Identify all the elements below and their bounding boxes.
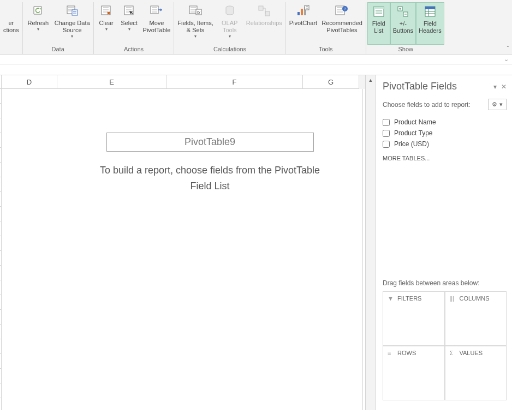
svg-rect-12 <box>301 9 303 15</box>
area-label: FILTERS <box>397 295 421 302</box>
more-tables-link[interactable]: MORE TABLES... <box>383 155 507 161</box>
dropdown-caret-icon: ▾ <box>105 27 108 32</box>
sigma-icon: Σ <box>450 350 456 356</box>
checkbox-product-type[interactable] <box>383 130 390 137</box>
dropdown-caret-icon: ▾ <box>229 34 231 39</box>
field-list-button[interactable]: Field List <box>367 2 390 45</box>
filter-icon: ▼ <box>388 295 394 302</box>
group-calculations: fx Fields, Items, & Sets ▾ OLAP Tools ▾ … <box>174 2 285 54</box>
field-headers-button[interactable]: Field Headers <box>416 2 444 45</box>
area-label: VALUES <box>460 350 483 356</box>
clear-icon <box>99 3 114 19</box>
move-pivottable-button[interactable]: Move PivotTable <box>141 2 173 45</box>
select-button[interactable]: Select ▾ <box>118 2 141 45</box>
checkbox-price-usd[interactable] <box>383 141 390 148</box>
field-list-icon <box>371 4 386 19</box>
area-label: COLUMNS <box>460 295 490 302</box>
field-product-type[interactable]: Product Type <box>383 128 507 139</box>
group-data: Refresh ▾ Change Data Source ▾ Data <box>23 2 94 54</box>
group-label-tools: Tools <box>287 45 365 54</box>
refresh-icon <box>31 3 46 19</box>
pivottable-placeholder[interactable]: PivotTable9 To build a report, choose fi… <box>57 89 363 410</box>
group-label-actions: Actions <box>95 45 173 54</box>
plusminus-icon <box>395 4 410 19</box>
field-product-name[interactable]: Product Name <box>383 117 507 128</box>
dropdown-caret-icon: ▾ <box>499 101 503 108</box>
olap-tools-button: OLAP Tools ▾ <box>216 2 244 45</box>
clear-button[interactable]: Clear ▾ <box>95 2 118 45</box>
svg-rect-10 <box>265 11 270 16</box>
rows-icon: ≡ <box>388 350 394 356</box>
area-values[interactable]: Σ VALUES <box>445 346 507 400</box>
pane-title: PivotTable Fields <box>383 81 457 92</box>
dropdown-caret-icon: ▾ <box>71 34 73 39</box>
svg-rect-23 <box>425 7 435 9</box>
collapse-ribbon-icon[interactable]: ˆ <box>507 46 509 52</box>
pivottable-fields-pane: PivotTable Fields ▾ ✕ Choose fields to a… <box>376 75 512 410</box>
formula-bar-area: ⌄ <box>0 55 512 64</box>
refresh-button[interactable]: Refresh ▾ <box>24 2 52 45</box>
spreadsheet[interactable]: D E F G PivotTable9 To build a report, c… <box>0 75 366 410</box>
choose-fields-label: Choose fields to add to report: <box>383 101 471 109</box>
column-headers: D E F G <box>0 75 365 89</box>
fields-items-sets-button[interactable]: fx Fields, Items, & Sets ▾ <box>175 2 215 45</box>
checkbox-product-name[interactable] <box>383 119 390 126</box>
column-header-e[interactable]: E <box>57 75 166 89</box>
scroll-thumb[interactable] <box>366 85 376 410</box>
dropdown-caret-icon: ▾ <box>128 27 130 32</box>
column-header-d[interactable]: D <box>2 75 57 89</box>
svg-rect-14 <box>305 5 309 10</box>
recommended-pivottables-button[interactable]: ? Recommended PivotTables <box>319 2 365 45</box>
pivotchart-icon <box>295 3 311 19</box>
spacer-bar <box>0 64 512 75</box>
svg-rect-19 <box>374 7 384 9</box>
plus-minus-buttons-button[interactable]: +/- Buttons <box>390 2 416 45</box>
data-source-icon <box>64 3 80 19</box>
recommended-icon: ? <box>334 3 349 19</box>
svg-rect-9 <box>259 6 263 10</box>
dropdown-caret-icon: ▾ <box>194 34 197 39</box>
olap-icon <box>222 3 237 19</box>
area-rows[interactable]: ≡ ROWS <box>383 346 445 400</box>
main-area: D E F G PivotTable9 To build a report, c… <box>0 75 512 410</box>
relationships-icon <box>257 3 272 19</box>
partial-button[interactable]: er ctions <box>1 2 21 51</box>
field-label: Price (USD) <box>394 140 429 148</box>
columns-icon: ||| <box>450 295 456 302</box>
group-tools: PivotChart ? Recommended PivotTables Too… <box>286 2 366 54</box>
close-icon[interactable]: ✕ <box>501 83 507 91</box>
group-partial: er ctions <box>0 2 23 54</box>
area-filters[interactable]: ▼ FILTERS <box>383 291 445 346</box>
pivottable-instruction: To build a report, choose fields from th… <box>90 163 330 194</box>
row-gutter <box>0 89 2 410</box>
column-header-g[interactable]: G <box>303 75 359 89</box>
group-label-show: Show <box>367 45 444 54</box>
pane-settings-button[interactable]: ⚙ ▾ <box>488 99 507 110</box>
group-label-calculations: Calculations <box>175 45 284 54</box>
change-data-source-button[interactable]: Change Data Source ▾ <box>52 2 92 45</box>
relationships-button: Relationships <box>244 2 284 45</box>
field-price-usd[interactable]: Price (USD) <box>383 139 507 149</box>
area-columns[interactable]: ||| COLUMNS <box>445 291 507 346</box>
pane-menu-icon[interactable]: ▾ <box>493 83 497 91</box>
group-label-data: Data <box>24 45 92 54</box>
move-icon <box>149 3 164 19</box>
group-actions: Clear ▾ Select ▾ Move PivotTable Actions <box>94 2 175 54</box>
pivot-areas: ▼ FILTERS ||| COLUMNS ≡ ROWS Σ VAL <box>383 291 507 400</box>
expand-formula-icon[interactable]: ⌄ <box>504 56 509 63</box>
pivotchart-button[interactable]: PivotChart <box>287 2 319 45</box>
select-icon <box>122 3 137 19</box>
fields-items-icon: fx <box>188 3 203 19</box>
column-header-f[interactable]: F <box>166 75 303 89</box>
ribbon: er ctions Refresh ▾ Change Data Source ▾… <box>0 0 512 55</box>
dropdown-caret-icon: ▾ <box>37 27 39 32</box>
drag-instruction: Drag fields between areas below: <box>383 279 507 287</box>
gear-icon: ⚙ <box>492 101 497 108</box>
vertical-scrollbar[interactable]: ▲ <box>366 75 376 410</box>
field-label: Product Type <box>394 129 433 137</box>
svg-text:fx: fx <box>197 10 201 15</box>
group-show: Field List +/- Buttons Field Headers Sho… <box>366 2 445 54</box>
svg-rect-11 <box>297 12 300 15</box>
svg-rect-1 <box>72 10 78 15</box>
scroll-up-icon[interactable]: ▲ <box>366 75 376 85</box>
